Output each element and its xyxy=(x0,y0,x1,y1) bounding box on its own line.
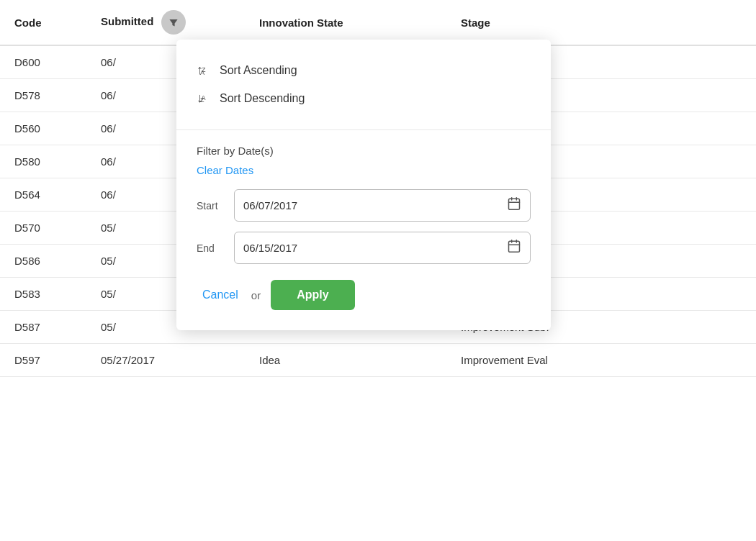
sort-desc-icon: ↓ZA xyxy=(197,91,212,107)
sort-asc-icon: ↑AZ xyxy=(197,63,212,79)
cell-stage: Improvement Eval xyxy=(446,344,756,377)
table-row: D597 05/27/2017 Idea Improvement Eval xyxy=(0,344,756,377)
table-container: Code Submitted Innovation State Stage xyxy=(0,0,756,377)
cell-code: D597 xyxy=(0,344,86,377)
cell-code: D586 xyxy=(0,245,86,278)
clear-dates-link[interactable]: Clear Dates xyxy=(197,164,253,176)
end-date-value: 06/15/2017 xyxy=(243,242,501,254)
cell-code: D587 xyxy=(0,311,86,344)
cell-code: D580 xyxy=(0,145,86,178)
cell-code: D583 xyxy=(0,278,86,311)
end-calendar-icon xyxy=(507,239,521,257)
start-label: Start xyxy=(197,200,224,212)
or-text: or xyxy=(251,289,261,301)
filter-icon xyxy=(168,17,179,28)
svg-rect-0 xyxy=(509,199,520,210)
cell-submitted: 05/27/2017 xyxy=(86,344,245,377)
cell-code: D570 xyxy=(0,212,86,245)
filter-section: Filter by Date(s) Clear Dates Start 06/0… xyxy=(176,130,551,330)
cell-code: D600 xyxy=(0,45,86,79)
sort-descending-item[interactable]: ↓ZA Sort Descending xyxy=(197,85,531,113)
filter-dropdown: ↑AZ Sort Ascending ↓ZA Sort Descending F… xyxy=(176,40,551,330)
sort-asc-label: Sort Ascending xyxy=(220,64,297,77)
col-header-submitted: Submitted xyxy=(86,0,245,45)
sort-ascending-item[interactable]: ↑AZ Sort Ascending xyxy=(197,57,531,85)
action-row: Cancel or Apply xyxy=(197,280,531,310)
col-header-code: Code xyxy=(0,0,86,45)
cell-code: D564 xyxy=(0,178,86,212)
start-date-value: 06/07/2017 xyxy=(243,199,501,212)
filter-button[interactable] xyxy=(161,10,186,35)
col-header-innovation: Innovation State xyxy=(245,0,446,45)
start-date-row: Start 06/07/2017 xyxy=(197,189,531,222)
cell-code: D560 xyxy=(0,112,86,145)
sort-desc-label: Sort Descending xyxy=(220,92,305,105)
end-label: End xyxy=(197,242,224,254)
apply-button[interactable]: Apply xyxy=(271,280,354,310)
sort-section: ↑AZ Sort Ascending ↓ZA Sort Descending xyxy=(176,40,551,130)
col-header-stage: Stage xyxy=(446,0,756,45)
cancel-button[interactable]: Cancel xyxy=(199,283,241,307)
filter-by-label: Filter by Date(s) xyxy=(197,145,531,157)
start-calendar-icon xyxy=(507,196,521,214)
svg-rect-4 xyxy=(509,242,520,253)
cell-innovation: Idea xyxy=(245,344,446,377)
end-date-input[interactable]: 06/15/2017 xyxy=(234,232,531,264)
cell-code: D578 xyxy=(0,79,86,112)
start-date-input[interactable]: 06/07/2017 xyxy=(234,189,531,222)
end-date-row: End 06/15/2017 xyxy=(197,232,531,264)
